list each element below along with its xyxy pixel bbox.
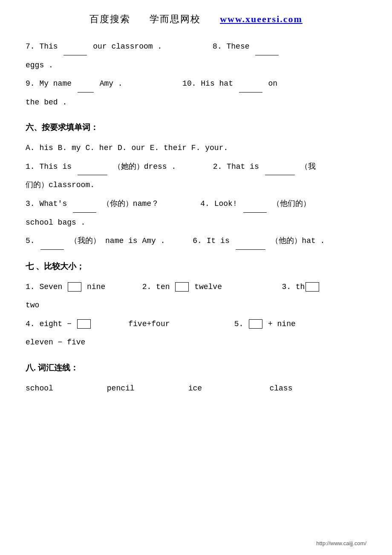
s6-q3-pre: 3. What's: [26, 199, 67, 208]
s7-q1-pre: 1. Seven: [26, 283, 62, 291]
s6-q3-blank[interactable]: [73, 212, 96, 213]
q7-label: 7. This: [26, 42, 58, 51]
q10-blank[interactable]: [239, 92, 262, 92]
q7-line: 7. This our classroom . 8. These: [26, 38, 366, 55]
q10-end: on: [268, 79, 278, 88]
s6-q4-pre: 4. Look!: [200, 199, 237, 208]
q10-end2-line: the bed .: [26, 94, 366, 111]
s7-q5-mid: + nine: [268, 320, 296, 328]
header-title-part2: 学而思网校: [150, 14, 201, 24]
s7-q3-end: two: [26, 301, 39, 309]
s7-q2-mid: twelve: [194, 283, 222, 291]
s6-q2-pre: 2. That is: [213, 162, 259, 171]
s7-q4-line: 4. eight − five+four 5. + nine: [26, 316, 366, 333]
s6-q2-hint-start: （我: [300, 162, 316, 171]
s6-q4-end-line: school bags .: [26, 214, 366, 231]
s6-q3-hint: （你的）name？: [102, 199, 159, 208]
s7-q5-pre: 5.: [234, 320, 244, 328]
section-6: 六、按要求填单词： A. his B. my C. her D. our E. …: [26, 119, 366, 249]
s6-q4-hint-start: （他们的）: [272, 199, 311, 208]
s6-q1-hint: （她的）dress .: [113, 162, 176, 171]
header-link[interactable]: www.xueersi.com: [220, 14, 303, 24]
q7-blank[interactable]: [63, 55, 87, 55]
q10-end2: the bed .: [26, 98, 67, 107]
s6-q2-end: 们的）classroom.: [26, 181, 95, 189]
s7-q3-box[interactable]: [306, 282, 319, 292]
s6-q5-pre: 5.: [26, 237, 35, 245]
q8-end: eggs .: [26, 61, 53, 69]
section8-words-line: school pencil ice class: [26, 380, 366, 397]
s7-q4-box[interactable]: [77, 319, 91, 329]
s6-q6-blank[interactable]: [236, 249, 265, 250]
s6-q1-pre: 1. This is: [26, 162, 72, 171]
s7-q3-pre: 3. th: [282, 283, 305, 291]
s6-q4-end: school bags .: [26, 218, 85, 227]
s6-q6-hint: （他的）hat .: [271, 237, 325, 245]
s6-q3-line: 3. What's （你的）name？ 4. Look! （他们的）: [26, 196, 366, 213]
section-8: 八. 词汇连线： school pencil ice class: [26, 359, 366, 397]
section6-title: 六、按要求填单词：: [26, 119, 366, 136]
q9-line: 9. My name Amy . 10. His hat on: [26, 75, 366, 92]
s6-q5-line: 5. （我的） name is Amy . 6. It is （他的）hat .: [26, 233, 366, 250]
s6-q5-hint: （我的） name is Amy .: [70, 237, 165, 245]
word-4: class: [269, 380, 312, 397]
s7-q1-line: 1. Seven nine 2. ten twelve 3. th: [26, 279, 366, 296]
q8-label: 8. These: [213, 42, 249, 51]
q9-blank[interactable]: [78, 92, 94, 92]
s6-q5-blank[interactable]: [40, 249, 64, 250]
s7-q5-end-line: eleven − five: [26, 334, 366, 351]
s7-q2-pre: 2. ten: [142, 283, 170, 291]
s6-q1-blank[interactable]: [78, 175, 107, 175]
s6-q2-blank[interactable]: [265, 175, 295, 175]
s7-q5-end: eleven − five: [26, 338, 85, 347]
section6-options: A. his B. my C. her D. our E. their F. y…: [26, 140, 366, 157]
q9-end: Amy .: [100, 79, 123, 88]
s7-q2-box[interactable]: [175, 282, 189, 292]
q10-label: 10. His hat: [182, 79, 233, 88]
s6-q2-end-line: 们的）classroom.: [26, 177, 366, 194]
s7-q3-end-line: two: [26, 297, 366, 314]
s6-q6-pre: 6. It is: [193, 237, 229, 245]
s7-q4-mid: five+four: [128, 320, 170, 328]
section-5: 7. This our classroom . 8. These eggs . …: [26, 38, 366, 111]
header-title-part1: 百度搜索: [89, 14, 130, 24]
page-header: 百度搜索 学而思网校 www.xueersi.com: [26, 13, 366, 26]
s7-q1-box[interactable]: [68, 282, 81, 292]
section7-title: 七 、比较大小；: [26, 257, 366, 275]
word-3: ice: [188, 380, 265, 397]
q8-blank[interactable]: [255, 55, 279, 55]
s6-q1-line: 1. This is （她的）dress . 2. That is （我: [26, 159, 366, 176]
footer-url: http://www.caijj.com/: [316, 540, 366, 546]
section8-title: 八. 词汇连线：: [26, 359, 366, 377]
q9-label: 9. My name: [26, 79, 72, 88]
s7-q1-mid: nine: [87, 283, 105, 291]
section-7: 七 、比较大小； 1. Seven nine 2. ten twelve 3. …: [26, 257, 366, 351]
word-1: school: [26, 380, 102, 397]
q7-end: our classroom .: [93, 42, 162, 51]
word-2: pencil: [107, 380, 184, 397]
s7-q5-box[interactable]: [249, 319, 262, 329]
s6-q4-blank[interactable]: [243, 212, 267, 213]
q8-end-line: eggs .: [26, 57, 366, 74]
s7-q4-pre: 4. eight −: [26, 320, 72, 328]
